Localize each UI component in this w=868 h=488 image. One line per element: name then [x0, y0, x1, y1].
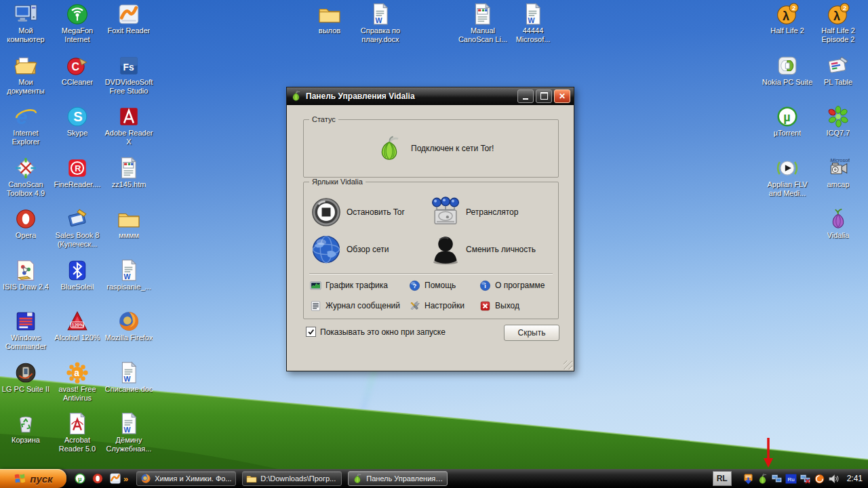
- desktop-icon-firefox[interactable]: Mozilla Firefox: [103, 310, 155, 361]
- desktop-icon-my-documents[interactable]: Мои документы: [0, 54, 52, 106]
- shortcut-about[interactable]: iО программе: [479, 280, 551, 291]
- desktop-icon-lg-pc-suite[interactable]: LG PC Suite II: [0, 361, 52, 413]
- desktop-icon-word-doc[interactable]: W44444 Microsof...: [507, 3, 559, 44]
- shortcut-network-map[interactable]: Обзор сети: [311, 234, 430, 265]
- tray-onion-green[interactable]: [757, 472, 769, 485]
- desktop-icon-recycle-bin[interactable]: Корзина: [0, 412, 52, 464]
- hide-button[interactable]: Скрыть: [504, 325, 559, 341]
- folder-icon: [318, 3, 341, 26]
- desktop-icon-icq[interactable]: ICQ7.7: [812, 105, 864, 157]
- desktop-icon-html-file[interactable]: Manual CanoScan Li...: [457, 3, 509, 44]
- language-indicator[interactable]: RL: [713, 471, 732, 486]
- tray-avast-tray[interactable]: [814, 472, 826, 485]
- desktop-icon-label: CanoScan Toolbox 4.9: [0, 180, 52, 198]
- desktop-icon-label: zz145.htm: [112, 180, 146, 189]
- settings-icon: [409, 300, 420, 312]
- taskbar-clock: 2:41: [847, 474, 863, 483]
- about-icon: i: [479, 280, 491, 291]
- desktop-icon-amcap[interactable]: Microsoftamcap: [812, 157, 864, 208]
- desktop-icon-megafon[interactable]: MegaFon Internet: [52, 3, 103, 54]
- shortcuts-primary: Остановить TorРетрансляторОбзор сетиСмен…: [311, 193, 552, 268]
- annotation-red-arrow: [761, 436, 776, 469]
- tray-icons: Ru: [743, 472, 840, 485]
- desktop-icon-opera[interactable]: Opera: [0, 207, 52, 259]
- desktop-icon-html-file[interactable]: zz145.htm: [103, 157, 155, 208]
- desktop-icon-folder[interactable]: вылов: [304, 3, 355, 35]
- desktop-icon-canoscan[interactable]: CanoScan Toolbox 4.9: [0, 157, 52, 208]
- svg-text:a: a: [74, 367, 79, 378]
- taskbar-task-folder[interactable]: D:\Downloads\Прогр...: [242, 471, 342, 486]
- taskbar-task-onion-green[interactable]: Панель Управления ...: [348, 471, 448, 486]
- desktop-icon-applian[interactable]: Applian FLV and Medi...: [762, 157, 813, 208]
- minimize-button[interactable]: [517, 89, 534, 103]
- resize-grip[interactable]: [564, 361, 572, 369]
- shortcut-new-identity[interactable]: Сменить личность: [430, 234, 552, 265]
- desktop-icon-half-life[interactable]: λ2Half Life 2: [762, 3, 813, 54]
- desktop-icon-my-computer[interactable]: Мой компьютер: [0, 3, 52, 54]
- desktop-icon-ccleaner[interactable]: CCCleaner: [52, 54, 103, 106]
- desktop-icon-adobe-reader[interactable]: Adobe Reader X: [103, 105, 155, 157]
- my-documents-icon: [14, 54, 37, 77]
- skype-icon: S: [66, 105, 89, 128]
- shortcut-label: Ретранслятор: [466, 207, 518, 217]
- windows-flag-icon: [14, 472, 26, 485]
- desktop-icon-folder[interactable]: мммм: [103, 207, 155, 259]
- shortcut-exit[interactable]: Выход: [479, 300, 551, 312]
- desktop-icon-foxit[interactable]: Foxit Reader: [103, 3, 155, 54]
- tray-network-offline[interactable]: [800, 472, 812, 485]
- desktop-icons-left: Мой компьютерMegaFon InternetFoxit Reade…: [0, 3, 155, 464]
- html-file-icon: [117, 157, 140, 180]
- tray-lang-ru[interactable]: Ru: [785, 472, 797, 485]
- quick-launch-utorrent[interactable]: µ: [73, 471, 87, 486]
- desktop-icon-avast[interactable]: aavast! Free Antivirus: [52, 361, 103, 413]
- shortcut-help[interactable]: ?Помощь: [409, 280, 479, 291]
- avast-tray-icon: [814, 473, 825, 485]
- desktop-icon-half-life[interactable]: λ2Half Life 2 Episode 2: [812, 3, 864, 54]
- quick-launch-foxit[interactable]: [108, 471, 122, 486]
- desktop-icon-vidalia-onion[interactable]: Vidalia: [812, 207, 864, 259]
- desktop-icon-windows-commander[interactable]: Windows Commander: [0, 310, 52, 361]
- desktop-icon-sales-book[interactable]: Sales Book 8 (Купеческ...: [52, 207, 103, 259]
- desktop-icon-word-doc[interactable]: WСписание.doc: [103, 361, 155, 413]
- shortcut-bandwidth-graph[interactable]: График трафика: [310, 280, 409, 291]
- tray-network[interactable]: [771, 472, 783, 485]
- shortcut-stop-tor[interactable]: Остановить Tor: [311, 197, 430, 228]
- desktop-icon-dvdvideosoft[interactable]: FsDVDVideoSoft Free Studio: [103, 54, 155, 106]
- desktop-icon-skype[interactable]: SSkype: [52, 105, 103, 157]
- desktop-icon-utorrent[interactable]: µµTorrent: [762, 105, 813, 157]
- taskbar-task-firefox[interactable]: Химия и Химики. Фо...: [136, 471, 236, 486]
- close-button[interactable]: ✕: [554, 89, 570, 103]
- desktop-icons-right-col1: λ2Half Life 2Nokia PC SuiteµµTorrentAppl…: [762, 3, 813, 207]
- shortcut-label: График трафика: [326, 281, 388, 290]
- desktop-icon-alcohol[interactable]: 120%Alcohol 120%: [52, 310, 103, 361]
- shortcut-message-log[interactable]: Журнал сообщений: [310, 300, 409, 312]
- desktop-icon-word-doc[interactable]: WСправка по плану.docx: [355, 3, 406, 44]
- desktop-icon-nokia[interactable]: Nokia PC Suite: [762, 54, 813, 106]
- show-on-startup-checkbox[interactable]: [306, 327, 316, 337]
- desktop-icon-label: Acrobat Reader 5.0: [52, 436, 103, 453]
- desktop-icon-label: FineReader....: [54, 180, 100, 189]
- desktop-icon-finereader[interactable]: RFineReader....: [52, 157, 103, 208]
- desktop-icon-label: Дёмину Служебная...: [103, 436, 155, 453]
- desktop-icon-internet-explorer[interactable]: eInternet Explorer: [0, 105, 52, 157]
- bandwidth-graph-icon: [310, 280, 321, 291]
- desktop-icon-word-doc[interactable]: WДёмину Служебная...: [103, 412, 155, 464]
- quick-launch-opera[interactable]: [91, 471, 104, 486]
- start-button[interactable]: пуск: [0, 469, 66, 488]
- tray-download-manager[interactable]: [743, 472, 755, 485]
- shortcut-settings[interactable]: Настройки: [409, 300, 479, 312]
- desktop-icon-word-doc[interactable]: Wraspisanie_...: [103, 259, 155, 310]
- exit-icon: [479, 300, 491, 312]
- quick-launch-overflow-chevron[interactable]: »: [123, 474, 128, 484]
- finereader-icon: R: [66, 157, 89, 180]
- shortcut-relay[interactable]: Ретранслятор: [430, 197, 552, 228]
- window-titlebar[interactable]: Панель Управления Vidalia ✕: [287, 87, 574, 105]
- tor-status-onion-icon: [376, 135, 403, 162]
- desktop-icon-isis-draw[interactable]: ISIS Draw 2.4: [0, 259, 52, 310]
- tray-volume[interactable]: [828, 472, 840, 485]
- maximize-button[interactable]: [536, 89, 552, 103]
- desktop-icon-acrobat[interactable]: Acrobat Reader 5.0: [52, 412, 103, 464]
- desktop-icon-label: ISIS Draw 2.4: [3, 283, 49, 291]
- desktop-icon-pl-table[interactable]: PL Table: [812, 54, 864, 106]
- desktop-icon-bluesoleil[interactable]: BlueSoleil: [52, 259, 103, 310]
